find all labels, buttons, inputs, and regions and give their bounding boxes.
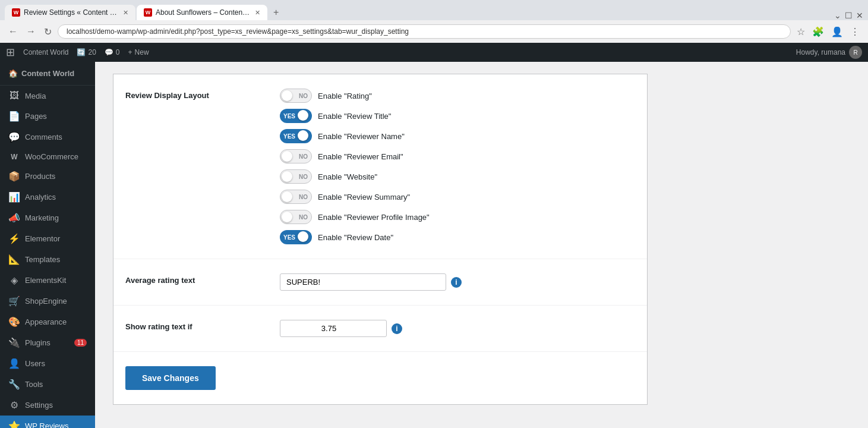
updates-count: 20 xyxy=(88,48,96,56)
show-rating-label: Show rating text if xyxy=(125,320,256,331)
wp-logo-icon[interactable]: ⊞ xyxy=(6,46,15,59)
forward-button[interactable]: → xyxy=(24,24,38,39)
sidebar-item-woocommerce[interactable]: W WooCommerce xyxy=(0,147,95,166)
wp-main: Review Display Layout NO Enable "Rating" xyxy=(95,62,868,428)
average-rating-input[interactable] xyxy=(280,273,446,291)
analytics-icon: 📊 xyxy=(8,191,20,203)
sidebar-item-products[interactable]: 📦 Products xyxy=(0,166,95,187)
toggle-review-summary-knob xyxy=(282,191,292,202)
review-display-label: Review Display Layout xyxy=(125,89,256,100)
toggle-review-summary-text: Enable "Review Summary" xyxy=(318,193,410,202)
toggle-reviewer-name-text: Enable "Reviewer Name" xyxy=(318,132,405,141)
bookmark-button[interactable]: ☆ xyxy=(794,24,807,40)
comments-count: 0 xyxy=(116,48,120,56)
toggle-row-reviewer-profile-image: NO Enable "Reviewer Profile Image" xyxy=(280,210,635,224)
extensions-button[interactable]: 🧩 xyxy=(810,24,826,40)
reload-button[interactable]: ↻ xyxy=(42,24,54,40)
toggle-review-date[interactable]: YES xyxy=(280,230,312,244)
tools-icon: 🔧 xyxy=(8,379,20,390)
avatar[interactable]: R xyxy=(849,46,862,59)
content-wrap: Review Display Layout NO Enable "Rating" xyxy=(95,62,665,428)
toggle-review-title-text: Enable "Review Title" xyxy=(318,112,391,121)
review-display-row: Review Display Layout NO Enable "Rating" xyxy=(113,74,647,259)
toggle-row-review-date: YES Enable "Review Date" xyxy=(280,230,635,244)
sidebar-item-templates[interactable]: 📐 Templates xyxy=(0,249,95,270)
settings-icon: ⚙ xyxy=(8,399,20,411)
save-section: Save Changes xyxy=(113,352,647,404)
toggle-reviewer-profile-image-text: Enable "Reviewer Profile Image" xyxy=(318,213,430,222)
sidebar-item-tools[interactable]: 🔧 Tools xyxy=(0,374,95,395)
toggle-reviewer-profile-image-label: NO xyxy=(299,214,308,221)
restore-button[interactable]: ☐ xyxy=(845,11,853,20)
minimize-button[interactable]: ⌄ xyxy=(834,11,841,20)
sidebar-item-marketing[interactable]: 📣 Marketing xyxy=(0,207,95,228)
admin-bar-comments[interactable]: 💬 0 xyxy=(105,48,120,56)
toggle-review-title[interactable]: YES xyxy=(280,109,312,123)
show-rating-input[interactable] xyxy=(280,320,387,337)
admin-bar-updates[interactable]: 🔄 20 xyxy=(77,48,96,56)
toggle-website[interactable]: NO xyxy=(280,169,312,184)
sidebar-item-pages[interactable]: 📄 Pages xyxy=(0,106,95,127)
sidebar-item-wp-reviews[interactable]: ⭐ WP Reviews xyxy=(0,416,95,428)
tab2-close-icon[interactable]: ✕ xyxy=(255,9,260,17)
close-window-button[interactable]: ✕ xyxy=(856,11,863,20)
sidebar-item-elementor[interactable]: ⚡ Elementor xyxy=(0,228,95,249)
menu-button[interactable]: ⋮ xyxy=(848,24,862,40)
toggle-reviewer-name[interactable]: YES xyxy=(280,129,312,143)
browser-tab-1[interactable]: W Review Settings « Content Worl... ✕ xyxy=(5,5,135,20)
sidebar-item-plugins[interactable]: 🔌 Plugins 11 xyxy=(0,332,95,353)
sidebar-item-appearance[interactable]: 🎨 Appearance xyxy=(0,311,95,332)
howdy-text: Howdy, rumana xyxy=(796,48,845,56)
browser-tab-2[interactable]: W About Sunflowers – Content Wo... ✕ xyxy=(137,5,267,20)
toggle-row-review-title: YES Enable "Review Title" xyxy=(280,109,635,123)
admin-bar-right: Howdy, rumana R xyxy=(796,46,862,59)
average-rating-row: Average rating text i xyxy=(113,259,647,306)
toggle-review-date-text: Enable "Review Date" xyxy=(318,233,393,242)
wp-layout: 🏠 Content World 🖼 Media 📄 Pages 💬 Commen… xyxy=(0,62,868,428)
browser-actions: ☆ 🧩 👤 ⋮ xyxy=(794,24,862,40)
sidebar-item-elementskit[interactable]: ◈ ElementsKit xyxy=(0,270,95,291)
toggle-rating[interactable]: NO xyxy=(280,89,312,103)
updates-icon: 🔄 xyxy=(77,48,86,56)
new-tab-button[interactable]: + xyxy=(269,5,283,20)
wp-reviews-icon: ⭐ xyxy=(8,420,20,428)
show-rating-info-icon[interactable]: i xyxy=(392,323,402,334)
average-rating-label: Average rating text xyxy=(125,273,256,285)
admin-bar-site[interactable]: Content World xyxy=(23,48,68,56)
save-changes-button[interactable]: Save Changes xyxy=(125,366,216,390)
elementor-icon: ⚡ xyxy=(8,233,20,244)
sidebar-item-media[interactable]: 🖼 Media xyxy=(0,86,95,106)
browser-chrome: W Review Settings « Content Worl... ✕ W … xyxy=(0,0,868,43)
profile-button[interactable]: 👤 xyxy=(829,24,845,40)
tab2-favicon: W xyxy=(144,8,152,17)
sidebar-item-analytics[interactable]: 📊 Analytics xyxy=(0,187,95,207)
toggle-reviewer-email[interactable]: NO xyxy=(280,149,312,163)
sidebar-item-users[interactable]: 👤 Users xyxy=(0,353,95,374)
admin-bar-new[interactable]: + New xyxy=(128,48,149,56)
url-bar[interactable] xyxy=(58,24,791,39)
average-rating-input-row: i xyxy=(280,273,635,291)
sidebar-item-shopengine[interactable]: 🛒 ShopEngine xyxy=(0,291,95,311)
back-button[interactable]: ← xyxy=(6,24,20,39)
average-rating-info-icon[interactable]: i xyxy=(451,277,462,288)
tab1-close-icon[interactable]: ✕ xyxy=(123,9,128,17)
toggle-reviewer-name-knob xyxy=(298,130,308,141)
toggle-website-label: NO xyxy=(299,174,308,180)
toggle-reviewer-email-knob xyxy=(282,151,292,162)
woocommerce-icon: W xyxy=(8,153,20,161)
toggle-reviewer-profile-image-knob xyxy=(282,212,292,222)
shopengine-icon: 🛒 xyxy=(8,295,20,307)
sidebar-site-name[interactable]: 🏠 Content World xyxy=(0,62,95,86)
toggle-rating-label: NO xyxy=(299,93,308,99)
average-rating-control: i xyxy=(280,273,635,291)
review-display-section: Review Display Layout NO Enable "Rating" xyxy=(113,74,648,405)
elementskit-icon: ◈ xyxy=(8,275,20,286)
products-icon: 📦 xyxy=(8,171,20,182)
sidebar-item-comments[interactable]: 💬 Comments xyxy=(0,127,95,147)
sidebar-item-settings[interactable]: ⚙ Settings xyxy=(0,395,95,416)
admin-bar-site-name: Content World xyxy=(23,48,68,56)
comments-icon: 💬 xyxy=(105,48,113,56)
toggle-reviewer-profile-image[interactable]: NO xyxy=(280,210,312,224)
toggle-review-summary[interactable]: NO xyxy=(280,190,312,204)
users-icon: 👤 xyxy=(8,358,20,369)
